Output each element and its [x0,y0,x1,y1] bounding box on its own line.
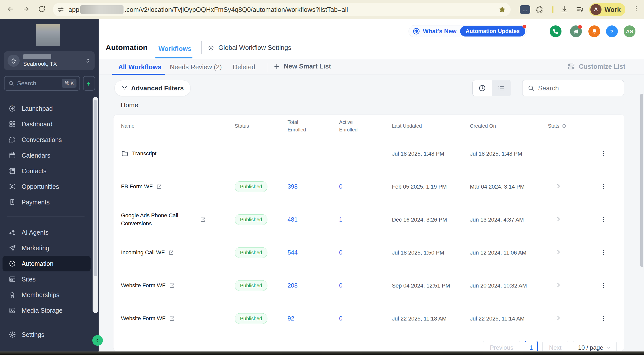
sidebar-scrollbar[interactable] [94,100,97,276]
chevron-right-icon[interactable] [555,248,562,256]
site-info-tune-icon[interactable] [57,6,64,13]
browser-back-icon[interactable] [7,5,15,13]
sidebar-item-payments[interactable]: Payments [0,194,93,210]
workflow-row[interactable]: FB Form WFPublished3980Feb 05 2025, 1:19… [113,170,624,203]
workflow-search-input[interactable] [538,84,619,92]
screen-bottom-edge [0,351,644,355]
sidebar-search[interactable]: ⌘ K [4,76,80,91]
next-page-button[interactable]: Next [542,341,568,351]
list-view-button[interactable] [492,80,511,96]
location-switcher[interactable]: Seabrook, TX [4,51,95,70]
workflow-name-cell[interactable]: Google Ads Phone Call Conversions [113,211,232,228]
sidebar-collapse-button[interactable] [92,335,103,346]
row-menu-kebab-icon[interactable] [600,282,608,289]
tab-all-workflows[interactable]: All Workflows [118,63,161,71]
chevron-right-icon[interactable] [555,281,562,289]
workflow-name-cell[interactable]: Transcript [113,150,232,158]
total-enrolled-link[interactable]: 544 [288,249,298,256]
chevron-right-icon[interactable] [555,314,562,322]
workflow-name-cell[interactable]: FB Form WF [113,183,232,191]
active-enrolled-link[interactable]: 1 [339,216,342,223]
history-view-button[interactable] [473,80,492,96]
current-page-button[interactable]: 1 [525,341,538,351]
total-enrolled-link[interactable]: 481 [288,216,298,223]
announcements-icon-button[interactable] [570,25,582,37]
workflow-name-cell[interactable]: Incoming Call WF [113,248,232,257]
folder-row[interactable]: TranscriptJul 18 2025, 1:48 PMJul 18 202… [113,137,624,170]
total-enrolled-link[interactable]: 398 [288,183,298,190]
user-avatar-button[interactable]: AS [624,25,635,37]
chevron-right-icon[interactable] [555,216,562,223]
new-smart-list-button[interactable]: New Smart List [273,62,331,70]
workflow-name[interactable]: Incoming Call WF [121,248,165,257]
workflow-name-cell[interactable]: Website Form WF [113,314,232,323]
advanced-filters-button[interactable]: Advanced Filters [114,80,191,96]
breadcrumb[interactable]: Home [121,101,138,109]
phone-icon-button[interactable] [550,25,561,37]
tab-needs-review[interactable]: Needs Review (2) [170,63,222,71]
active-enrolled-link[interactable]: 0 [339,183,342,190]
total-enrolled-link[interactable]: 92 [288,315,294,322]
sidebar-item-marketing[interactable]: Marketing [0,240,93,256]
row-menu-kebab-icon[interactable] [600,216,608,223]
sidebar-item-settings[interactable]: Settings [0,327,93,342]
notifications-bell-icon-button[interactable] [588,25,600,37]
whats-new-pill[interactable]: What's New Automation Updates [409,25,527,37]
browser-reload-icon[interactable] [38,5,46,13]
sidebar-search-input[interactable] [17,80,62,87]
workflow-name-cell[interactable]: Website Form WF [113,281,232,290]
active-enrolled-link[interactable]: 0 [339,249,342,256]
row-menu-kebab-icon[interactable] [600,249,608,256]
workflow-row[interactable]: Website Form WFPublished2080Sep 04 2024,… [113,269,624,302]
row-menu-kebab-icon[interactable] [600,183,608,190]
total-enrolled-link[interactable]: 208 [288,282,298,289]
workflow-name[interactable]: FB Form WF [121,183,153,191]
sidebar-item-calendars[interactable]: Calendars [0,148,93,163]
page-scrollbar[interactable] [640,94,643,267]
sidebar-item-memberships[interactable]: Memberships [0,287,93,303]
automation-updates-button[interactable]: Automation Updates [460,26,525,37]
workflow-name[interactable]: Google Ads Phone Call Conversions [121,211,196,228]
created-on-cell: Mar 04 2024, 3:14 PM [467,183,545,191]
sidebar-item-conversations[interactable]: Conversations [0,132,93,148]
row-menu-kebab-icon[interactable] [600,150,608,157]
active-enrolled-link[interactable]: 0 [339,282,342,289]
tab-deleted[interactable]: Deleted [233,63,255,71]
workflow-search[interactable] [522,80,624,96]
reading-list-icon[interactable] [576,5,584,14]
workflow-row[interactable]: Google Ads Phone Call ConversionsPublish… [113,203,624,236]
chevron-right-icon[interactable] [555,183,562,190]
sidebar-item-ai-agents[interactable]: AI Agents [0,225,93,240]
sidebar-item-opportunities[interactable]: Opportunities [0,179,93,194]
sidebar-item-media-storage[interactable]: Media Storage [0,303,93,318]
sidebar-item-launchpad[interactable]: Launchpad [0,101,93,116]
browser-profile-chip[interactable]: A Work [589,3,625,16]
row-menu-kebab-icon[interactable] [600,315,608,322]
active-enrolled-link[interactable]: 0 [339,315,342,322]
sidebar-item-contacts[interactable]: Contacts [0,163,93,179]
bookmark-star-icon[interactable] [498,6,506,14]
quick-actions-bolt-button[interactable] [83,76,95,91]
browser-menu-kebab-icon[interactable] [632,5,640,13]
browser-forward-icon[interactable] [22,5,30,13]
workflow-name[interactable]: Website Form WF [121,314,166,323]
workflow-row[interactable]: Incoming Call WFPublished5440Jul 18 2025… [113,236,624,269]
address-bar[interactable]: app .com/v2/location/TvjiOypOQHxFmSy4q8Q… [53,3,511,16]
tab-workflows[interactable]: Workflows [158,45,191,53]
sidebar-item-dashboard[interactable]: Dashboard [0,116,93,132]
page-size-select[interactable]: 10 / page [573,341,617,351]
sidebar-item-automation[interactable]: Automation [3,256,91,271]
previous-page-button[interactable]: Previous [483,341,520,351]
downloads-icon[interactable] [560,5,569,14]
total-enrolled-link-cell: 544 [285,249,336,256]
help-icon-button[interactable]: ? [606,25,618,37]
global-workflow-settings-button[interactable]: Global Workflow Settings [207,44,291,52]
workflow-row[interactable]: Website Form WFPublished920Jul 22 2025, … [113,302,624,335]
workflow-name[interactable]: Transcript [132,150,156,158]
extensions-puzzle-icon[interactable] [535,5,544,14]
password-extension-icon[interactable]: ... [520,5,530,14]
stats-expand-cell [545,183,580,191]
workflow-name[interactable]: Website Form WF [121,281,166,290]
sidebar-item-sites[interactable]: Sites [0,271,93,287]
customize-list-button[interactable]: Customize List [567,62,625,70]
